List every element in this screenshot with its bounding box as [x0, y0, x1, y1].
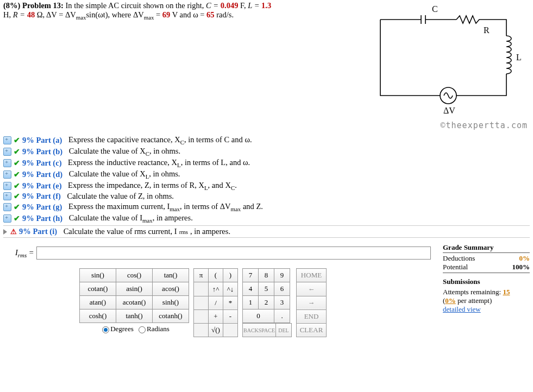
key[interactable]: 8: [259, 269, 274, 282]
problem-statement: (8%) Problem 13: In the simple AC circui…: [3, 1, 361, 130]
svg-text:L: L: [516, 53, 522, 62]
key[interactable]: tan(): [153, 269, 189, 282]
key[interactable]: acotan(): [116, 296, 153, 309]
key[interactable]: π: [194, 269, 209, 282]
circuit-diagram: C R L ΔV ©theexpertta.com: [361, 1, 530, 130]
key[interactable]: sin(): [80, 269, 116, 282]
key[interactable]: [194, 323, 209, 337]
key[interactable]: √(): [209, 323, 223, 337]
angle-mode[interactable]: Degrees Radians: [79, 323, 189, 333]
expand-icon[interactable]: [3, 203, 11, 211]
part-row: ✔9% Part (d) Calculate the value of XL, …: [3, 169, 530, 180]
key[interactable]: [194, 296, 209, 309]
part-row: ✔9% Part (a) Express the capacitive reac…: [3, 135, 530, 146]
key[interactable]: sinh(): [153, 296, 189, 309]
check-icon: ✔: [14, 192, 20, 201]
svg-text:R: R: [484, 26, 490, 35]
detailed-view-link[interactable]: detailed view: [443, 305, 530, 314]
symbol-keypad[interactable]: π()↑^^↓/*+-√(): [193, 268, 238, 337]
answer-input[interactable]: [36, 246, 431, 260]
check-icon: ✔: [14, 159, 20, 168]
expand-icon[interactable]: [3, 170, 11, 179]
key[interactable]: [223, 323, 238, 337]
backspace-row[interactable]: BACKSPACE DEL: [242, 323, 292, 337]
expand-icon[interactable]: [3, 159, 11, 167]
key[interactable]: [194, 282, 209, 296]
action-keypad[interactable]: HOME←→ENDCLEAR: [296, 268, 327, 337]
key[interactable]: *: [223, 296, 238, 309]
key[interactable]: cotan(): [80, 282, 116, 296]
radians-radio[interactable]: [139, 326, 146, 333]
key[interactable]: 4: [243, 282, 259, 296]
function-keypad[interactable]: sin()cos()tan()cotan()asin()acos()atan()…: [79, 268, 189, 323]
key[interactable]: asin(): [116, 282, 153, 296]
part-row: ✔9% Part (c) Express the inductive react…: [3, 157, 530, 169]
key[interactable]: →: [297, 296, 327, 309]
expand-icon[interactable]: [3, 136, 11, 144]
part-row: ✔9% Part (b) Calculate the value of XC, …: [3, 146, 530, 157]
part-row: ✔9% Part (h) Calculate the value of Imax…: [3, 213, 530, 224]
degrees-radio[interactable]: [102, 326, 109, 333]
key[interactable]: acos(): [153, 282, 189, 296]
number-keypad[interactable]: 7894561230.: [242, 268, 290, 323]
key[interactable]: /: [209, 296, 223, 309]
expand-icon[interactable]: [3, 182, 11, 190]
key[interactable]: +: [209, 309, 223, 323]
expand-current-icon[interactable]: [3, 229, 7, 235]
key[interactable]: 1: [243, 296, 259, 309]
key[interactable]: 5: [259, 282, 274, 296]
part-i-row: ⚠ 9% Part (i) Calculate the value of rms…: [3, 226, 530, 237]
key[interactable]: ): [223, 269, 238, 282]
svg-text:C: C: [432, 4, 438, 14]
expand-icon[interactable]: [3, 148, 11, 156]
key[interactable]: cotanh(): [153, 309, 189, 323]
key[interactable]: [194, 309, 209, 323]
key[interactable]: 7: [243, 269, 259, 282]
key[interactable]: tanh(): [116, 309, 153, 323]
part-row: ✔9% Part (f) Calculate the value of Z, i…: [3, 191, 530, 201]
key[interactable]: atan(): [80, 296, 116, 309]
key[interactable]: ←: [297, 282, 327, 296]
key[interactable]: cos(): [116, 269, 153, 282]
answer-lhs: Irms =: [13, 248, 36, 258]
key[interactable]: ↑^: [209, 282, 223, 296]
key[interactable]: HOME: [297, 269, 327, 282]
copyright: ©theexpertta.com: [361, 121, 530, 130]
check-icon: ✔: [14, 147, 20, 156]
check-icon: ✔: [14, 214, 20, 223]
key[interactable]: CLEAR: [297, 323, 327, 337]
expand-icon[interactable]: [3, 214, 11, 223]
part-row: ✔9% Part (g) Express the maximum current…: [3, 201, 530, 213]
part-row: ✔9% Part (e) Express the impedance, Z, i…: [3, 180, 530, 192]
expand-icon[interactable]: [3, 192, 11, 200]
check-icon: ✔: [14, 203, 20, 212]
key[interactable]: 2: [259, 296, 274, 309]
check-icon: ✔: [14, 170, 20, 179]
key[interactable]: (: [209, 269, 223, 282]
key[interactable]: 6: [274, 282, 290, 296]
key[interactable]: 3: [274, 296, 290, 309]
key[interactable]: .: [274, 309, 290, 323]
key[interactable]: END: [297, 309, 327, 323]
key[interactable]: cosh(): [80, 309, 116, 323]
check-icon: ✔: [14, 181, 20, 191]
key[interactable]: 0: [243, 309, 274, 323]
key[interactable]: -: [223, 309, 238, 323]
key[interactable]: ^↓: [223, 282, 238, 296]
warning-icon: ⚠: [10, 227, 17, 236]
svg-text:ΔV: ΔV: [443, 106, 455, 115]
key[interactable]: 9: [274, 269, 290, 282]
check-icon: ✔: [14, 136, 20, 145]
grade-summary: Grade Summary Deductions0% Potential100%…: [440, 243, 530, 337]
